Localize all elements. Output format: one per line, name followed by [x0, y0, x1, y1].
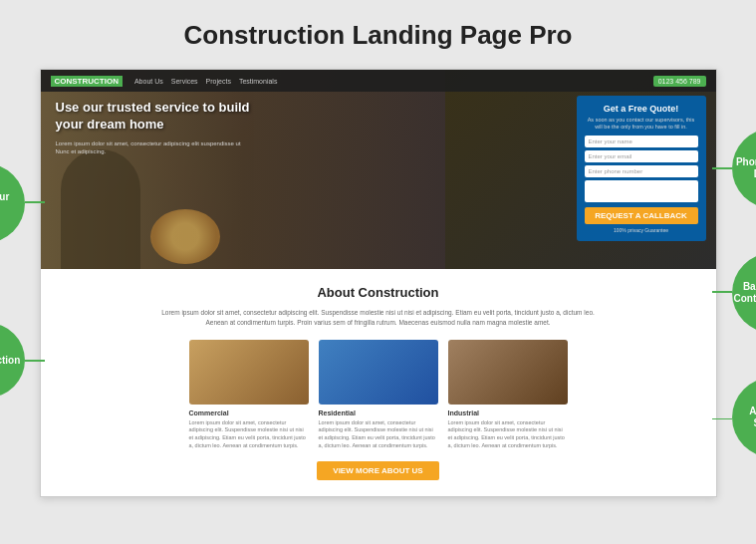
nav-testimonials[interactable]: Testimonials [239, 78, 278, 85]
hero-saw-image [150, 209, 220, 264]
about-title: About Construction [61, 285, 696, 300]
card-industrial-image [448, 340, 568, 405]
form-phone-field[interactable]: Enter phone number [585, 165, 698, 177]
card-commercial-label: Commercial [189, 409, 309, 416]
nav-about[interactable]: About Us [134, 78, 163, 85]
card-residential-label: Residential [319, 409, 438, 416]
bubble-banner-contact: Banner with Contact Section [732, 253, 757, 333]
nav-services[interactable]: Services [171, 78, 198, 85]
connector-banner [712, 291, 732, 293]
card-industrial-label: Industrial [448, 409, 568, 416]
card-residential: Residential Lorem ipsum dolor sit amet, … [319, 340, 438, 450]
form-email-field[interactable]: Enter your email [585, 150, 698, 162]
connector-build [25, 201, 45, 203]
connector-slider [25, 360, 45, 362]
hero-subtext: Lorem ipsum dolor sit amet, consectetur … [56, 139, 255, 156]
hero-contact-form: Get a Free Quote! As soon as you contact… [577, 96, 706, 241]
card-industrial-text: Lorem ipsum dolor sit amet, consectetur … [448, 419, 568, 450]
outer-wrapper: Build Your Brand Slider Section Phone Nu… [40, 69, 717, 497]
hero-content: Use our trusted service to build your dr… [56, 100, 255, 156]
bubble-slider-section: Slider Section [0, 323, 25, 398]
form-title: Get a Free Quote! [585, 104, 698, 114]
hero-heading: Use our trusted service to build your dr… [56, 100, 255, 134]
connector-about [712, 418, 732, 420]
page-title: Construction Landing Page Pro [183, 20, 572, 51]
about-cards: Commercial Lorem ipsum dolor sit amet, c… [61, 340, 696, 450]
hero-navigation: CONSTRUCTION About Us Services Projects … [41, 70, 716, 92]
hero-section: CONSTRUCTION About Us Services Projects … [41, 70, 716, 269]
card-residential-text: Lorem ipsum dolor sit amet, consectetur … [319, 419, 438, 450]
form-guarantee: 100% privacy Guarantee [585, 227, 698, 233]
view-more-button[interactable]: VIEW MORE ABOUT US [317, 461, 438, 480]
about-section: About Construction Lorem ipsum dolor sit… [41, 269, 716, 496]
hero-nav-links: About Us Services Projects Testimonials [134, 78, 653, 85]
card-residential-image [319, 340, 438, 405]
bubble-build-brand: Build Your Brand [0, 163, 25, 243]
nav-projects[interactable]: Projects [206, 78, 231, 85]
card-commercial-image [189, 340, 309, 405]
preview-container: CONSTRUCTION About Us Services Projects … [40, 69, 717, 497]
bubble-about-section: About Us Section [732, 378, 757, 457]
connector-phone [712, 167, 732, 169]
hero-logo: CONSTRUCTION [51, 76, 123, 87]
card-commercial: Commercial Lorem ipsum dolor sit amet, c… [189, 340, 309, 450]
card-industrial: Industrial Lorem ipsum dolor sit amet, c… [448, 340, 568, 450]
about-text: Lorem ipsum dolor sit amet, consectetur … [159, 308, 598, 328]
bubble-phone-number: Phone Number Display [732, 129, 757, 208]
hero-phone-number: 0123 456 789 [653, 76, 706, 87]
form-message-field[interactable] [585, 180, 698, 202]
form-name-field[interactable]: Enter your name [585, 136, 698, 147]
form-submit-button[interactable]: REQUEST A CALLBACK [585, 207, 698, 224]
form-subtitle: As soon as you contact our supervisors, … [585, 117, 698, 131]
card-commercial-text: Lorem ipsum dolor sit amet, consectetur … [189, 419, 309, 450]
